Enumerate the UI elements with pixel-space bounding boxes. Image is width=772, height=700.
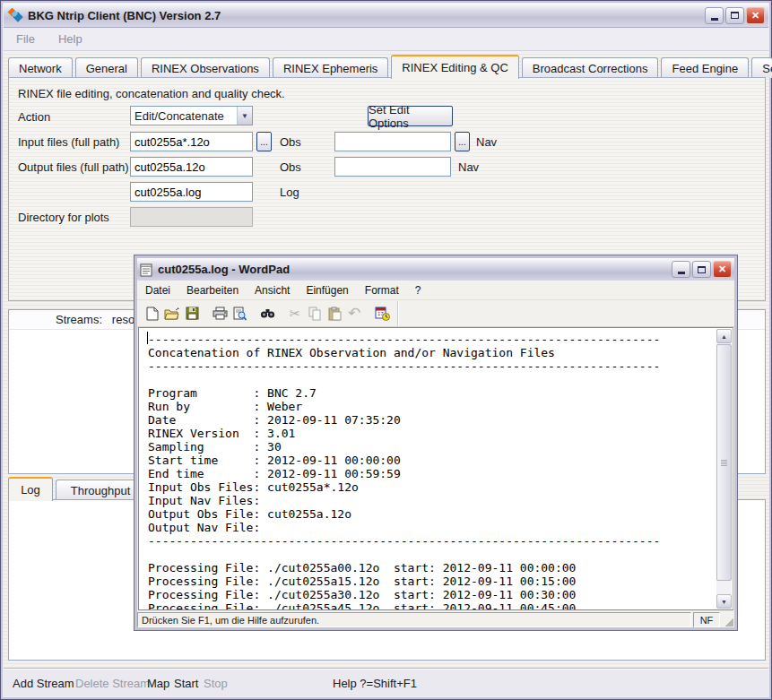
scrollbar-thumb[interactable] <box>716 344 732 581</box>
tab-broadcast-corrections[interactable]: Broadcast Corrections <box>522 57 659 78</box>
status-message: Drücken Sie F1, um die Hilfe aufzurufen. <box>137 612 691 627</box>
output-nav-field[interactable] <box>334 157 451 177</box>
menu-bearbeiten[interactable]: Bearbeiten <box>186 284 239 297</box>
status-nf-indicator: NF <box>693 612 720 627</box>
tab-serial[interactable]: Seri <box>751 57 772 78</box>
date-time-icon[interactable]: 17 <box>372 305 392 323</box>
input-files-label: Input files (full path) <box>18 135 119 149</box>
delete-stream-button: Delete Stream <box>75 677 150 690</box>
wordpad-document-icon <box>140 263 153 277</box>
output-obs-field[interactable] <box>130 157 253 177</box>
wordpad-maximize-button[interactable] <box>692 261 711 278</box>
menu-help[interactable]: Help <box>58 32 82 46</box>
wordpad-toolbar: ✂ ↶ 17 <box>137 300 734 327</box>
menu-datei[interactable]: Datei <box>145 284 170 297</box>
window-title: BKG Ntrip Client (BNC) Version 2.7 <box>28 9 703 22</box>
scroll-down-icon[interactable]: ▼ <box>716 594 732 609</box>
set-edit-options-button[interactable]: Set Edit Options <box>368 106 453 126</box>
input-nav-tag: Nav <box>476 135 497 149</box>
map-button[interactable]: Map <box>147 677 169 690</box>
plots-dir-label: Directory for plots <box>18 211 109 224</box>
wordpad-close-button[interactable]: ✕ <box>713 261 732 278</box>
cut-icon: ✂ <box>285 305 305 323</box>
maximize-button[interactable] <box>725 7 744 24</box>
footer-toolbar: Add Stream Delete Stream Map Start Stop … <box>4 668 768 696</box>
input-nav-field[interactable] <box>334 132 451 151</box>
copy-icon <box>305 305 325 323</box>
wordpad-minimize-button[interactable] <box>672 261 690 278</box>
menu-einfuegen[interactable]: Einfügen <box>306 284 348 297</box>
tab-rinex-ephemeris[interactable]: RINEX Ephemeris <box>273 57 388 78</box>
tab-strip: Network General RINEX Observations RINEX… <box>8 54 764 78</box>
output-files-label: Output files (full path) <box>18 160 129 174</box>
input-obs-field[interactable] <box>130 132 253 151</box>
help-shortcut-label: Help ?=Shift+F1 <box>333 677 417 690</box>
input-obs-browse-button[interactable]: ... <box>256 132 272 151</box>
wordpad-title-bar[interactable]: cut0255a.log - WordPad ✕ <box>137 258 734 281</box>
menu-format[interactable]: Format <box>365 284 399 297</box>
print-icon[interactable] <box>210 305 230 323</box>
undo-icon: ↶ <box>344 305 364 323</box>
wordpad-title: cut0255a.log - WordPad <box>158 263 670 276</box>
close-button[interactable]: ✕ <box>746 7 765 24</box>
input-obs-tag: Obs <box>280 135 301 149</box>
main-title-bar[interactable]: BKG Ntrip Client (BNC) Version 2.7 ✕ <box>4 4 768 28</box>
wordpad-status-bar: Drücken Sie F1, um die Hilfe aufzurufen.… <box>137 610 734 627</box>
new-document-icon[interactable] <box>143 305 162 323</box>
menu-file[interactable]: File <box>16 32 35 46</box>
save-icon[interactable] <box>182 305 202 323</box>
output-nav-tag: Nav <box>458 160 479 174</box>
tab-rinex-editing-qc[interactable]: RINEX Editing & QC <box>391 55 519 79</box>
find-icon[interactable] <box>257 305 277 323</box>
menu-ansicht[interactable]: Ansicht <box>255 284 290 297</box>
action-select[interactable]: Edit/Concatenate ▼ <box>130 106 253 125</box>
chevron-down-icon[interactable]: ▼ <box>237 107 252 125</box>
wordpad-window: cut0255a.log - WordPad ✕ Datei Bearbeite… <box>134 255 738 631</box>
resize-grip[interactable] <box>722 612 734 627</box>
log-tag: Log <box>280 186 299 199</box>
main-menu-bar: File Help <box>4 28 768 51</box>
bottom-tab-strip: Log Throughput <box>8 478 148 500</box>
input-nav-browse-button[interactable]: ... <box>455 132 470 151</box>
log-document-text: ----------------------------------------… <box>148 333 660 610</box>
open-icon[interactable] <box>162 305 182 323</box>
minimize-button[interactable] <box>705 7 724 24</box>
wordpad-text-area[interactable]: ----------------------------------------… <box>138 327 733 610</box>
tab-throughput[interactable]: Throughput <box>56 480 145 500</box>
output-obs-tag: Obs <box>280 160 301 174</box>
wordpad-menu-bar: Datei Bearbeiten Ansicht Einfügen Format… <box>137 281 734 300</box>
log-file-field[interactable] <box>130 182 253 202</box>
tab-rinex-observations[interactable]: RINEX Observations <box>141 57 270 78</box>
tab-network[interactable]: Network <box>8 57 73 78</box>
add-stream-button[interactable]: Add Stream <box>13 677 74 690</box>
print-preview-icon[interactable] <box>230 305 249 323</box>
vertical-scrollbar[interactable]: ▲ ▼ <box>716 329 732 609</box>
bnc-diamonds-icon <box>7 8 23 22</box>
action-label: Action <box>18 110 50 124</box>
bnc-main-window: BKG Ntrip Client (BNC) Version 2.7 ✕ Fil… <box>0 0 772 700</box>
tab-feed-engine[interactable]: Feed Engine <box>661 57 749 78</box>
panel-intro: RINEX file editing, concatenation and qu… <box>18 87 285 100</box>
menu-hilfe[interactable]: ? <box>415 284 421 297</box>
paste-icon <box>325 305 344 323</box>
action-value: Edit/Concatenate <box>131 109 237 123</box>
start-button[interactable]: Start <box>174 677 198 690</box>
tab-log[interactable]: Log <box>8 477 53 501</box>
stop-button: Stop <box>204 677 228 690</box>
plots-dir-field <box>130 207 253 227</box>
scroll-up-icon[interactable]: ▲ <box>716 329 732 343</box>
tab-general[interactable]: General <box>75 57 138 78</box>
